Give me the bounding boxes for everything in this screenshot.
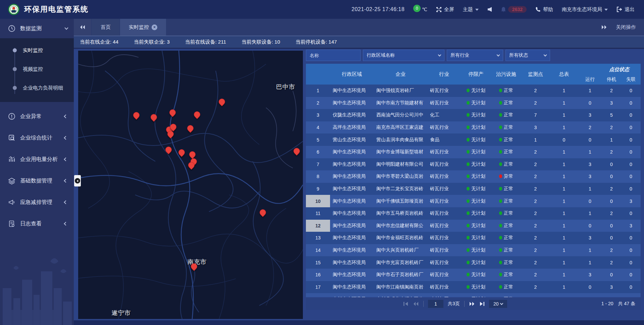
- sidebar-item-power-analysis[interactable]: 企业用电量分析: [0, 150, 74, 169]
- cell-total-meters: 0: [550, 137, 578, 143]
- first-page-button[interactable]: [403, 302, 409, 306]
- tabs-scroll-right-button[interactable]: [601, 25, 607, 30]
- sidebar-item-enterprise-statistics[interactable]: 企业综合统计: [0, 128, 74, 148]
- status-dot-icon: [499, 138, 502, 142]
- org-label: 南充市生态环境局: [562, 6, 602, 13]
- table-row[interactable]: 9 阆中生态环境局 阆中市二龙长宝页岩砖 砖瓦行业 无计划 正常 2 1 1 2…: [306, 183, 641, 195]
- city-label: 南充市: [187, 258, 207, 266]
- status-dot-icon: [467, 273, 470, 276]
- map-marker-pin[interactable]: [149, 113, 158, 122]
- notification-button[interactable]: 2632: [501, 6, 527, 13]
- prev-page-button[interactable]: [413, 302, 419, 306]
- table-row[interactable]: 2 阆中生态环境局 阆中市南方节能建材有 砖瓦行业 无计划 正常 2 1 0 3…: [306, 97, 641, 109]
- region-select[interactable]: 行政区域名称: [363, 50, 444, 61]
- fullscreen-button[interactable]: 全屏: [436, 6, 454, 13]
- sidebar-item-emergency-reduction[interactable]: 应急减排管理: [0, 193, 74, 212]
- page-size-select[interactable]: 20: [489, 300, 507, 308]
- speaker-mute-icon[interactable]: [487, 7, 492, 12]
- map-marker-pin[interactable]: [186, 124, 195, 133]
- sidebar-item-log-view[interactable]: 日志查看: [0, 214, 74, 233]
- sidebar-item-realtime-monitoring[interactable]: 实时监控: [0, 41, 74, 60]
- name-search-field[interactable]: [306, 50, 361, 61]
- cell-facility: 正常: [491, 272, 521, 278]
- map-marker-pin[interactable]: [258, 208, 267, 217]
- map-marker-pin[interactable]: [217, 97, 226, 106]
- status-dot-icon: [499, 162, 502, 166]
- table-row[interactable]: 10 阆中生态环境局 阆中千佛镇五郎垭页岩 砖瓦行业 无计划 正常 2 1 0 …: [306, 195, 641, 207]
- table-row[interactable]: 11 阆中生态环境局 阆中市五马桥页岩机砖 砖瓦行业 无计划 正常 2 1 1 …: [306, 207, 641, 220]
- page-number-input[interactable]: [428, 300, 443, 308]
- cell-running: 3: [578, 112, 602, 118]
- table-row[interactable]: 15 阆中生态环境局 阆中市光富页岩机砖厂 砖瓦行业 无计划 正常 2 1 1 …: [306, 256, 641, 269]
- table-row[interactable]: 6 阆中生态环境局 阆中市金博瑞新型墙材 砖瓦行业 无计划 正常 2 1 1 2…: [306, 146, 641, 158]
- table-row[interactable]: 7 阆中生态环境局 阆中明阳建材有限公司 砖瓦行业 无计划 正常 2 1 3 0…: [306, 158, 641, 171]
- last-page-button[interactable]: [479, 302, 485, 306]
- table-row[interactable]: 1 阆中生态环境局 阆中强锐页岩砖厂 砖瓦行业 无计划 正常 2 1 1 2 0: [306, 85, 641, 97]
- table-row[interactable]: 3 仪陇生态环境局 西南油气田分公司川中 化工 无计划 正常 7 1 3 5 0: [306, 109, 641, 121]
- status-dot-icon: [467, 113, 470, 117]
- cell-region: 仪陇生态环境局: [330, 112, 374, 118]
- top-header: 环保用电监管系统 2021-02-25 17:46:18 0 ℃ 全屏 主题: [0, 0, 644, 19]
- sidebar-item-power-load-detail[interactable]: 企业电力负荷明细: [0, 78, 74, 97]
- status-dot-icon: [499, 150, 502, 154]
- cell-company: 阆中市石子页岩机砖厂: [374, 272, 427, 278]
- col-header-facility: 治污设施: [491, 71, 521, 77]
- cell-facility: 正常: [491, 88, 521, 94]
- sidebar-item-data-monitoring[interactable]: 数据监测: [0, 19, 74, 38]
- sidebar-item-enterprise-abnormal[interactable]: 企业异常: [0, 107, 74, 126]
- map-marker-pin[interactable]: [292, 147, 301, 156]
- table-row[interactable]: 18 南部生态环境局 南部县砚华水泥有限公 建材加工 无计划 正常 6 2 0 …: [306, 293, 641, 297]
- map-marker-pin[interactable]: [177, 148, 186, 157]
- help-button[interactable]: 帮助: [535, 6, 553, 13]
- org-menu-button[interactable]: 南充市生态环境局: [562, 6, 608, 13]
- sidebar-collapse-button[interactable]: [74, 175, 81, 186]
- table-row[interactable]: 16 阆中生态环境局 阆中市石子页岩机砖厂 砖瓦行业 无计划 正常 2 1 3 …: [306, 269, 641, 281]
- cell-limit: 无计划: [461, 296, 491, 297]
- sidebar-item-video-monitoring[interactable]: 视频监控: [0, 60, 74, 78]
- status-select[interactable]: 所有状态: [505, 50, 550, 61]
- tabs-scroll-left-button[interactable]: [74, 19, 91, 36]
- map-marker-pin[interactable]: [188, 150, 197, 159]
- cell-offline: 3: [621, 223, 641, 228]
- row-index: 1: [306, 85, 330, 97]
- table-row[interactable]: 8 阆中生态环境局 阆中市枣碧大梁山页岩 砖瓦行业 无计划 异常 2 1 3 0…: [306, 170, 641, 183]
- cell-running: 0: [578, 100, 602, 106]
- map-marker-pin[interactable]: [193, 110, 202, 119]
- cell-monitor-points: 2: [521, 174, 550, 179]
- table-row[interactable]: 17 阆中生态环境局 阆中市江南镇阆南页岩 砖瓦行业 无计划 正常 2 1 0 …: [306, 281, 641, 293]
- tab-home[interactable]: 首页: [92, 19, 119, 36]
- status-dot-icon: [499, 187, 502, 191]
- status-dot-icon: [499, 236, 502, 239]
- table-row[interactable]: 5 营山生态环境局 营山县润丰肉食品有限 食品 无计划 正常 1 0 0 1 0: [306, 133, 641, 146]
- tab-close-icon[interactable]: ×: [152, 24, 157, 30]
- table-row[interactable]: 12 阆中生态环境局 阆中市忠信建材有限公 砖瓦行业 无计划 正常 2 1 0 …: [306, 220, 641, 232]
- cell-total-meters: 1: [550, 260, 578, 265]
- cell-region: 阆中生态环境局: [330, 272, 374, 278]
- logout-button[interactable]: 退出: [616, 6, 635, 13]
- table-row[interactable]: 14 阆中生态环境局 阆中大兴页岩机砖厂 砖瓦行业 无计划 正常 2 1 1 2…: [306, 244, 641, 257]
- col-header-stopped: 停机: [602, 76, 621, 83]
- close-operations-button[interactable]: 关闭操作: [616, 24, 636, 31]
- notification-count-badge: 2632: [508, 6, 527, 13]
- table-row[interactable]: 13 阆中生态环境局 阆中市金福旺页岩机砖 砖瓦行业 无计划 正常 2 1 3 …: [306, 232, 641, 244]
- cell-company: 阆中市江南镇阆南页岩: [374, 284, 427, 290]
- theme-menu-button[interactable]: 主题: [463, 6, 479, 13]
- sidebar-item-label: 企业用电量分析: [20, 156, 64, 163]
- cell-region: 阆中生态环境局: [330, 235, 374, 241]
- industry-select[interactable]: 所有行业: [447, 50, 503, 61]
- tab-realtime-monitoring[interactable]: 实时监控 ×: [120, 19, 166, 36]
- sidebar-item-base-data[interactable]: 基础数据管理: [0, 171, 74, 191]
- next-page-button[interactable]: [469, 302, 475, 306]
- cell-total-meters: 1: [550, 100, 578, 106]
- logout-label: 退出: [625, 6, 635, 13]
- map-marker-pin[interactable]: [164, 145, 173, 154]
- cell-running: 1: [578, 149, 602, 155]
- status-dot-icon: [499, 261, 502, 264]
- map-marker-pin[interactable]: [168, 108, 177, 117]
- total-pages-label: 共3页: [448, 301, 460, 307]
- map-panel[interactable]: 巴中市南充市遂宁市: [78, 51, 303, 319]
- map-marker-pin[interactable]: [132, 111, 141, 120]
- name-search-input[interactable]: [310, 53, 357, 58]
- row-index: 8: [306, 170, 330, 183]
- table-row[interactable]: 4 高坪生态环境局 南充市高坪区王家店建 砖瓦行业 无计划 正常 3 1 2 2…: [306, 121, 641, 134]
